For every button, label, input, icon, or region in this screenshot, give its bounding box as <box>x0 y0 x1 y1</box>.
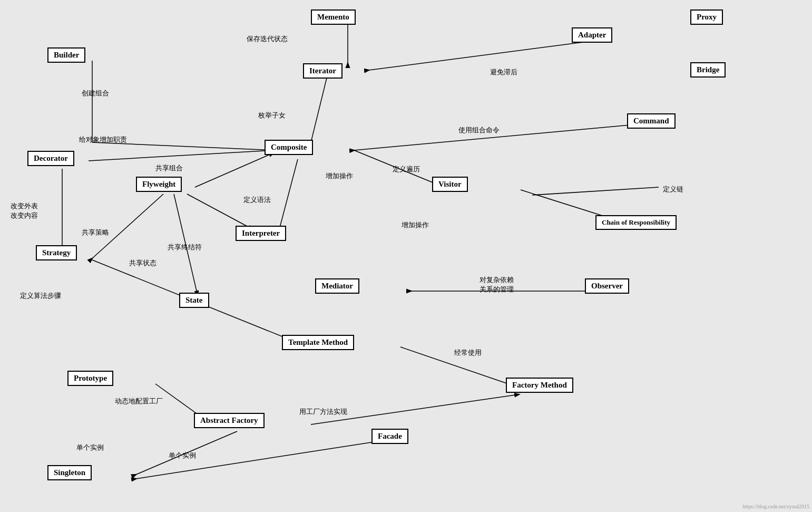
svg-line-4 <box>369 40 603 70</box>
node-observer: Observer <box>585 278 629 294</box>
label-single-instance1: 单个实例 <box>76 443 104 452</box>
label-add-op2: 增加操作 <box>402 220 429 230</box>
node-abstract: Abstract Factory <box>194 413 265 428</box>
label-share-terminal: 共享终结符 <box>168 243 202 252</box>
node-singleton: Singleton <box>47 465 92 480</box>
node-facade: Facade <box>371 429 408 444</box>
label-add-duty: 给对象增加职责 <box>79 135 127 144</box>
label-share-strategy: 共享策略 <box>82 228 109 237</box>
label-share-state: 共享状态 <box>129 258 156 268</box>
label-dynamic-config: 动态地配置工厂 <box>115 397 163 406</box>
node-memento: Memento <box>311 9 356 25</box>
node-flyweight: Flyweight <box>136 177 182 192</box>
node-builder: Builder <box>47 47 85 63</box>
svg-line-10 <box>279 159 298 229</box>
label-enum-child: 枚举子女 <box>258 111 286 120</box>
svg-line-12 <box>92 194 163 258</box>
label-def-chain: 定义链 <box>663 185 683 194</box>
node-adapter: Adapter <box>572 27 612 43</box>
node-decorator: Decorator <box>27 151 74 166</box>
label-use-comp-cmd: 使用组合命令 <box>458 125 500 135</box>
node-chain: Chain of Responsibility <box>595 215 677 230</box>
node-mediator: Mediator <box>315 278 359 294</box>
svg-line-3 <box>311 78 327 142</box>
node-state: State <box>179 293 209 308</box>
label-def-syntax: 定义语法 <box>243 195 271 205</box>
label-often-use: 经常使用 <box>454 348 482 358</box>
node-strategy: Strategy <box>36 245 77 260</box>
node-command: Command <box>627 113 676 129</box>
svg-line-6 <box>89 150 273 161</box>
node-bridge: Bridge <box>690 62 726 78</box>
label-single-instance2: 单个实例 <box>169 451 196 460</box>
node-visitor: Visitor <box>432 177 468 192</box>
label-create-comp: 创建组合 <box>82 89 109 98</box>
node-template: Template Method <box>282 335 354 350</box>
label-change-content: 改变内容 <box>11 211 38 220</box>
label-def-algo: 定义算法步骤 <box>20 291 61 301</box>
label-complex-dep2: 关系的管理 <box>480 285 514 294</box>
diagram-container: Memento Proxy Adapter Iterator Bridge Bu… <box>0 0 812 512</box>
label-save-iter: 保存迭代状态 <box>247 34 288 44</box>
label-complex-dep1: 对复杂依赖 <box>480 275 514 285</box>
watermark: https://blog.csdn.net/zyzsd2015 <box>742 504 809 509</box>
node-factory: Factory Method <box>506 378 573 393</box>
svg-line-7 <box>195 153 273 187</box>
label-use-factory: 用工厂方法实现 <box>299 407 347 417</box>
node-prototype: Prototype <box>67 371 113 386</box>
svg-line-9 <box>532 187 659 195</box>
label-add-op1: 增加操作 <box>326 171 353 181</box>
node-proxy: Proxy <box>690 9 723 25</box>
label-avoid-delay: 避免滞后 <box>490 67 517 77</box>
node-composite: Composite <box>265 140 313 155</box>
label-def-traverse: 定义遍历 <box>393 165 420 174</box>
node-iterator: Iterator <box>303 63 343 79</box>
label-change-look: 改变外表 <box>11 201 38 211</box>
label-share-comp: 共享组合 <box>155 163 183 173</box>
node-interpreter: Interpreter <box>236 226 286 241</box>
